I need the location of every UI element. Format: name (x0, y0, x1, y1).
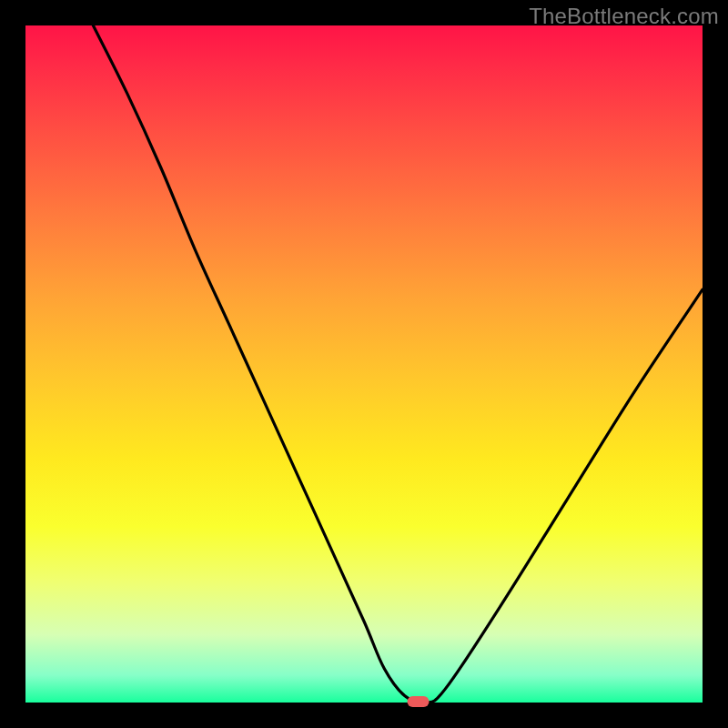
chart-frame: TheBottleneck.com (0, 0, 728, 728)
bottleneck-curve (25, 25, 703, 703)
plot-area (25, 25, 703, 703)
curve-path (93, 25, 703, 703)
optimal-point-marker (408, 696, 430, 707)
